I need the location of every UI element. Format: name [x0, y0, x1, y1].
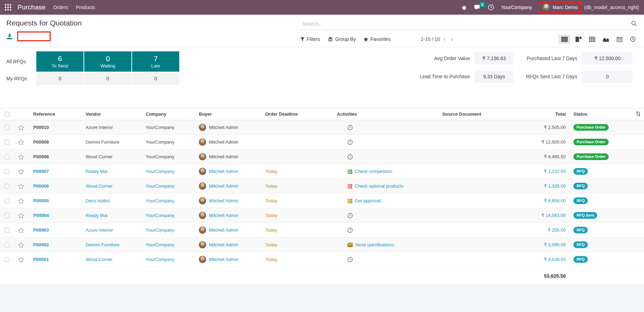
- rfq-reference[interactable]: P00007: [28, 164, 80, 179]
- apps-menu-icon[interactable]: [5, 4, 11, 10]
- search-icon[interactable]: [631, 21, 637, 27]
- bug-icon[interactable]: [461, 5, 467, 10]
- tasks-red-icon[interactable]: [347, 184, 353, 189]
- col-buyer[interactable]: Buyer: [194, 108, 260, 120]
- kpi-late[interactable]: 7 Late: [132, 51, 179, 72]
- kpi-to-send[interactable]: 6 To Send: [36, 51, 84, 72]
- rfq-company: YourCompany: [140, 194, 194, 208]
- row-checkbox[interactable]: [5, 228, 9, 233]
- menu-orders[interactable]: Orders: [53, 5, 68, 10]
- rfq-vendor: Ready Mat: [80, 164, 140, 179]
- row-checkbox[interactable]: [5, 198, 9, 203]
- favorites-button[interactable]: Favorites: [363, 36, 391, 42]
- favorite-star-icon[interactable]: [18, 125, 24, 130]
- filters-button[interactable]: Filters: [300, 36, 320, 42]
- kanban-view-icon[interactable]: [573, 35, 584, 44]
- table-row[interactable]: P00005 Deco Addict YourCompany Mitchell …: [0, 194, 644, 208]
- row-checkbox[interactable]: [5, 140, 9, 145]
- db-name-suffix: (db_model_access_right): [584, 5, 639, 10]
- tasks-yellow-icon[interactable]: [347, 198, 353, 204]
- pager-next-icon[interactable]: ›: [449, 36, 455, 43]
- row-checkbox[interactable]: [5, 242, 9, 247]
- row-checkbox[interactable]: [5, 213, 9, 218]
- rfq-source-document: [412, 208, 512, 223]
- pager: 1-10 / 10 ‹ ›: [421, 36, 455, 43]
- favorite-star-icon[interactable]: [18, 227, 24, 233]
- kpi-waiting[interactable]: 0 Waiting: [84, 51, 131, 72]
- activity-view-icon[interactable]: [627, 34, 638, 44]
- rfq-reference[interactable]: P00006: [28, 179, 80, 194]
- favorite-star-icon[interactable]: [18, 213, 24, 218]
- rfq-reference[interactable]: P00003: [28, 223, 80, 238]
- kpi-my-late[interactable]: 0: [132, 72, 179, 85]
- col-vendor[interactable]: Vendor: [80, 108, 140, 120]
- list-view-icon[interactable]: [558, 35, 571, 44]
- pager-previous-icon[interactable]: ‹: [441, 36, 448, 43]
- clock-icon[interactable]: [347, 139, 353, 145]
- table-row[interactable]: P00008 Wood Corner YourCompany Mitchell …: [0, 150, 644, 164]
- favorite-star-icon[interactable]: [18, 198, 24, 204]
- favorite-star-icon[interactable]: [18, 257, 24, 262]
- table-row[interactable]: P00009 Gemini Furniture YourCompany Mitc…: [0, 135, 644, 150]
- rfq-order-deadline: [260, 150, 332, 164]
- menu-products[interactable]: Products: [76, 5, 95, 10]
- favorite-star-icon[interactable]: [18, 139, 24, 145]
- col-total[interactable]: Total: [512, 108, 569, 120]
- favorite-star-icon[interactable]: [18, 242, 24, 248]
- rfq-reference[interactable]: P00008: [28, 150, 80, 164]
- row-checkbox[interactable]: [5, 169, 9, 174]
- footer-total: 53,625.50: [512, 267, 569, 285]
- tasks-green-icon[interactable]: [347, 169, 353, 174]
- clock-icon[interactable]: [347, 227, 353, 233]
- rfq-activities: [332, 223, 412, 238]
- rfq-reference[interactable]: P00004: [28, 208, 80, 223]
- table-row[interactable]: P00007 Ready Mat YourCompany Mitchell Ad…: [0, 164, 644, 179]
- col-source-document[interactable]: Source Document: [412, 108, 512, 120]
- row-checkbox[interactable]: [5, 184, 9, 189]
- row-checkbox[interactable]: [5, 154, 9, 159]
- kpi-my-to-send[interactable]: 0: [36, 72, 84, 85]
- rfq-reference[interactable]: P00009: [28, 135, 80, 150]
- col-activities[interactable]: Activities: [332, 108, 412, 120]
- table-row[interactable]: P00006 Wood Corner YourCompany Mitchell …: [0, 179, 644, 194]
- user-menu[interactable]: Marc Demo: [539, 2, 581, 13]
- funnel-icon: [300, 37, 305, 42]
- graph-view-icon[interactable]: [600, 35, 612, 44]
- calendar-view-icon[interactable]: [614, 35, 625, 44]
- favorite-star-icon[interactable]: [18, 169, 24, 174]
- select-all-checkbox[interactable]: [5, 112, 9, 117]
- table-row[interactable]: P00001 Wood Corner YourCompany Mitchell …: [0, 252, 644, 267]
- col-company[interactable]: Company: [140, 108, 194, 120]
- clock-icon[interactable]: [347, 125, 353, 130]
- rfq-reference[interactable]: P00010: [28, 120, 80, 135]
- rfq-total: ₹ 3,026.50: [512, 252, 569, 267]
- table-row[interactable]: P00003 Azure Interior YourCompany Mitche…: [0, 223, 644, 238]
- col-order-deadline[interactable]: Order Deadline: [260, 108, 332, 120]
- clock-icon[interactable]: [347, 213, 353, 218]
- favorite-star-icon[interactable]: [18, 183, 24, 189]
- download-icon[interactable]: [6, 33, 13, 40]
- company-switcher[interactable]: YourCompany: [501, 5, 532, 10]
- rfq-reference[interactable]: P00001: [28, 252, 80, 267]
- activities-clock-icon[interactable]: [488, 4, 494, 10]
- rfq-reference[interactable]: P00002: [28, 238, 80, 252]
- row-checkbox[interactable]: [5, 125, 9, 130]
- table-row[interactable]: P00002 Gemini Furniture YourCompany Mitc…: [0, 238, 644, 252]
- table-row[interactable]: P00010 Azure Interior YourCompany Mitche…: [0, 120, 644, 135]
- col-status[interactable]: Status: [569, 108, 632, 120]
- search-input[interactable]: [302, 20, 631, 27]
- col-reference[interactable]: Reference: [28, 108, 80, 120]
- clock-icon[interactable]: [347, 154, 353, 160]
- app-name[interactable]: Purchase: [17, 3, 45, 11]
- favorite-star-icon[interactable]: [18, 154, 24, 160]
- row-checkbox[interactable]: [5, 257, 9, 262]
- optional-columns-icon[interactable]: [636, 111, 641, 116]
- pivot-view-icon[interactable]: [586, 35, 598, 44]
- clock-icon[interactable]: [347, 257, 353, 262]
- group-by-button[interactable]: Group By: [328, 36, 356, 42]
- kpi-my-waiting[interactable]: 0: [84, 72, 131, 85]
- messages-icon[interactable]: 2: [474, 5, 481, 10]
- envelope-icon[interactable]: [347, 242, 353, 247]
- table-row[interactable]: P00004 Ready Mat YourCompany Mitchell Ad…: [0, 208, 644, 223]
- rfq-reference[interactable]: P00005: [28, 194, 80, 208]
